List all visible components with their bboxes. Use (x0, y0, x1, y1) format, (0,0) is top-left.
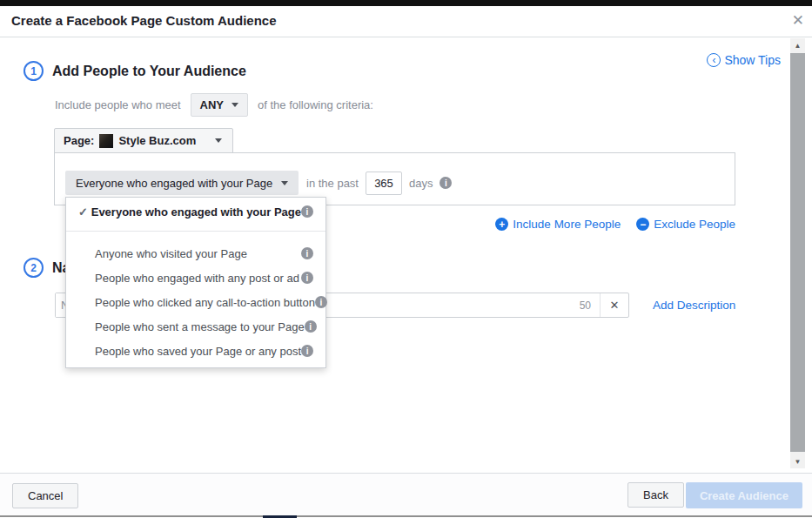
menu-item-label: People who clicked any call-to-action bu… (95, 296, 315, 309)
add-description-link[interactable]: Add Description (653, 299, 735, 312)
chevron-circle-icon: ‹ (707, 53, 721, 67)
info-icon[interactable]: i (301, 272, 313, 284)
menu-item[interactable]: People who saved your Page or any post i (66, 339, 325, 363)
match-suffix-label: of the following criteria: (258, 98, 373, 111)
step1-number-badge: 1 (23, 61, 44, 81)
step2-number-badge: 2 (23, 258, 44, 278)
step1-heading: Add People to Your Audience (52, 64, 246, 79)
menu-item-label: People who saved your Page or any post (95, 345, 301, 358)
menu-item-label: Everyone who engaged with your Page (91, 205, 301, 219)
menu-item-label: People who engaged with any post or ad (95, 272, 299, 285)
create-audience-button[interactable]: Create Audience (686, 482, 802, 508)
dialog-footer: Cancel Back Create Audience (0, 473, 812, 515)
retention-row: in the past days i (306, 171, 452, 195)
menu-item-selected[interactable]: ✓ Everyone who engaged with your Page i (66, 198, 325, 225)
plus-circle-icon: + (495, 218, 508, 231)
menu-item-label: Anyone who visited your Page (95, 247, 247, 260)
page-label: Page: (64, 134, 94, 147)
clear-input-icon[interactable]: ✕ (601, 299, 628, 312)
info-icon[interactable]: i (315, 296, 327, 308)
menu-item[interactable]: People who clicked any call-to-action bu… (66, 290, 325, 314)
page-selector-dropdown[interactable]: Page: Style Buz.com (54, 128, 233, 153)
chevron-down-icon (215, 138, 222, 143)
chevron-down-icon (281, 181, 288, 185)
days-input[interactable] (366, 172, 402, 195)
dialog-header: Create a Facebook Page Custom Audience ✕ (0, 6, 812, 37)
match-criteria-row: Include people who meet ANY of the follo… (55, 92, 373, 117)
page-name: Style Buz.com (118, 134, 196, 147)
info-icon[interactable]: i (301, 205, 313, 218)
screen: { "colors": { "link_blue": "#1b74e4", "s… (0, 0, 812, 518)
scroll-up-icon[interactable]: ▲ (790, 38, 805, 52)
match-type-value: ANY (200, 98, 224, 111)
info-icon[interactable]: i (301, 247, 313, 259)
chevron-down-icon (232, 103, 238, 107)
info-icon[interactable]: i (440, 177, 452, 189)
menu-item-label: People who sent a message to your Page (95, 320, 305, 333)
window-top-bar (0, 0, 812, 6)
show-tips-link[interactable]: ‹ Show Tips (707, 53, 781, 67)
include-more-people-label: Include More People (513, 218, 621, 231)
engagement-type-value: Everyone who engaged with your Page (76, 177, 272, 190)
exclude-people-link[interactable]: − Exclude People (636, 218, 735, 231)
in-the-past-label: in the past (306, 177, 359, 190)
engagement-type-dropdown[interactable]: Everyone who engaged with your Page (65, 171, 299, 195)
match-prefix-label: Include people who meet (55, 98, 181, 111)
match-type-dropdown[interactable]: ANY (191, 93, 248, 117)
char-counter: 50 (571, 299, 600, 312)
scroll-down-icon[interactable]: ▼ (790, 454, 805, 468)
scrollbar[interactable]: ▲ ▼ (790, 38, 805, 468)
menu-item[interactable]: People who sent a message to your Page i (66, 314, 325, 339)
bottom-edge-line (0, 515, 812, 517)
info-icon[interactable]: i (301, 345, 313, 357)
engagement-dropdown-menu: ✓ Everyone who engaged with your Page i … (65, 197, 326, 368)
scrollbar-track[interactable] (790, 52, 805, 454)
menu-divider (66, 231, 325, 232)
include-more-people-link[interactable]: + Include More People (495, 218, 621, 231)
exclude-people-label: Exclude People (654, 218, 735, 231)
page-thumbnail (99, 134, 113, 148)
dialog-title: Create a Facebook Page Custom Audience (11, 13, 277, 28)
menu-item[interactable]: People who engaged with any post or ad i (66, 266, 325, 290)
back-button[interactable]: Back (627, 482, 684, 508)
show-tips-label: Show Tips (724, 53, 781, 67)
info-icon[interactable]: i (305, 320, 317, 333)
cancel-button[interactable]: Cancel (12, 483, 78, 508)
close-icon[interactable]: ✕ (792, 11, 804, 30)
minus-circle-icon: − (636, 218, 649, 231)
scrollbar-thumb[interactable] (790, 53, 805, 452)
check-icon: ✓ (78, 205, 91, 219)
menu-item[interactable]: Anyone who visited your Page i (66, 241, 325, 266)
audience-links-row: + Include More People − Exclude People (495, 218, 735, 231)
days-label: days (409, 177, 433, 190)
